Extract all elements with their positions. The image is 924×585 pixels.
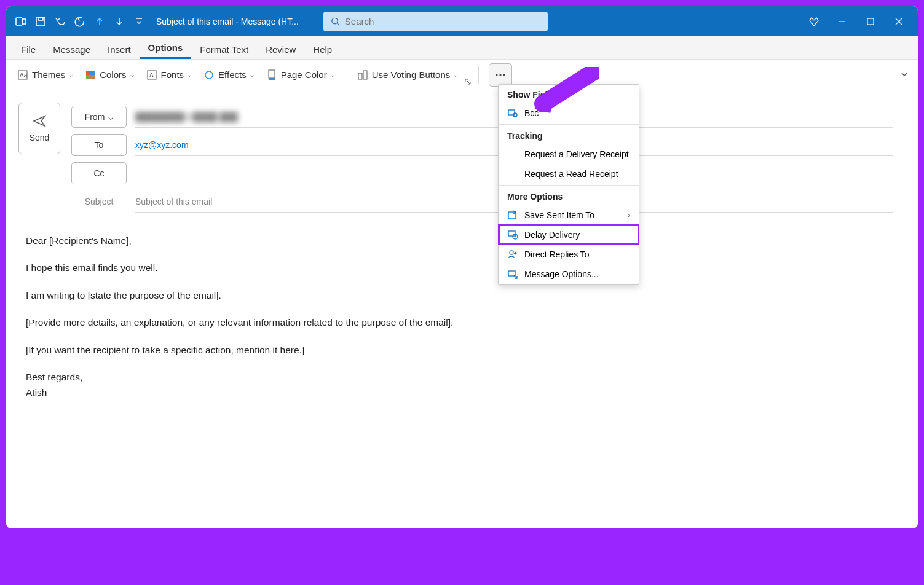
more-options-dropdown: Show Fields Bcc Tracking Request a Deliv… — [498, 84, 639, 285]
send-icon — [33, 114, 46, 128]
dialog-launcher-icon[interactable] — [464, 77, 472, 86]
tab-options[interactable]: Options — [140, 38, 192, 59]
ribbon-separator — [346, 66, 346, 84]
svg-point-19 — [496, 74, 498, 76]
ribbon-tabs: File Message Insert Options Format Text … — [6, 36, 918, 60]
body-line-4: [Provide more details, an explanation, o… — [26, 316, 893, 329]
svg-text:A: A — [149, 72, 154, 79]
premium-icon[interactable] — [800, 12, 828, 31]
chevron-right-icon: › — [628, 211, 630, 219]
ellipsis-icon — [495, 73, 506, 77]
svg-point-21 — [503, 74, 505, 76]
redo-icon[interactable] — [70, 12, 90, 31]
send-button[interactable]: Send — [18, 103, 60, 154]
message-options-icon — [507, 269, 518, 280]
compose-header: Send From⌵ ████████@████.███ To xyz@xyz.… — [18, 103, 918, 216]
search-icon — [331, 17, 340, 26]
dropdown-item-bcc[interactable]: Bcc — [499, 103, 639, 123]
tab-message[interactable]: Message — [44, 40, 99, 59]
from-button[interactable]: From⌵ — [71, 106, 127, 128]
message-options-label: Message Options... — [524, 269, 599, 279]
svg-rect-18 — [363, 71, 367, 79]
search-input[interactable] — [345, 16, 540, 26]
body-line-5: [If you want the recipient to take a spe… — [26, 344, 893, 357]
fonts-button[interactable]: A Fonts⌵ — [141, 66, 197, 84]
subject-label: Subject — [71, 197, 127, 206]
svg-rect-9 — [90, 71, 95, 75]
to-address[interactable]: xyz@xyz.com — [135, 140, 189, 150]
body-line-7: Atish — [26, 386, 893, 399]
svg-rect-1 — [22, 19, 26, 24]
svg-rect-5 — [867, 18, 874, 25]
svg-point-20 — [500, 74, 502, 76]
fonts-label: Fonts — [161, 69, 184, 80]
save-icon[interactable] — [31, 12, 50, 31]
svg-rect-16 — [269, 78, 275, 80]
qat-customize-icon[interactable] — [129, 12, 149, 31]
outlook-logo-icon — [11, 12, 31, 31]
dropdown-item-delivery-receipt[interactable]: Request a Delivery Receipt — [499, 144, 639, 164]
chevron-down-icon: ⌵ — [108, 112, 113, 122]
svg-rect-0 — [16, 18, 22, 25]
search-box[interactable] — [323, 12, 548, 31]
tab-review[interactable]: Review — [257, 40, 304, 59]
chevron-down-icon: ⌵ — [250, 71, 254, 78]
dropdown-section-tracking: Tracking — [499, 126, 639, 144]
to-button[interactable]: To — [71, 134, 127, 156]
more-options-button[interactable] — [489, 63, 512, 87]
svg-text:Aa: Aa — [20, 72, 28, 79]
body-line-1: Dear [Recipient's Name], — [26, 234, 893, 248]
svg-rect-3 — [38, 17, 43, 20]
page-color-button[interactable]: Page Color⌵ — [261, 66, 339, 84]
themes-label: Themes — [32, 69, 65, 80]
send-label: Send — [30, 133, 50, 143]
email-body[interactable]: Dear [Recipient's Name], I hope this ema… — [18, 216, 918, 399]
direct-replies-icon — [507, 249, 518, 260]
chevron-down-icon: ⌵ — [331, 71, 334, 78]
delay-delivery-icon — [507, 229, 518, 240]
colors-button[interactable]: Colors⌵ — [80, 66, 138, 84]
dropdown-item-direct-replies[interactable]: Direct Replies To — [499, 245, 639, 264]
dropdown-separator — [499, 124, 639, 125]
effects-button[interactable]: Effects⌵ — [199, 66, 259, 84]
direct-replies-label: Direct Replies To — [524, 249, 590, 259]
tab-format-text[interactable]: Format Text — [191, 40, 257, 59]
compose-area: Send From⌵ ████████@████.███ To xyz@xyz.… — [6, 90, 918, 399]
titlebar: Subject of this email - Message (HT... — [6, 6, 918, 36]
dropdown-item-message-options[interactable]: Message Options... — [499, 264, 639, 284]
chevron-down-icon: ⌵ — [130, 71, 134, 78]
undo-icon[interactable] — [50, 12, 70, 31]
dropdown-separator — [499, 185, 639, 186]
dropdown-section-show-fields: Show Fields — [499, 85, 639, 103]
chevron-down-icon: ⌵ — [69, 71, 73, 78]
close-button[interactable] — [885, 12, 913, 31]
svg-rect-8 — [86, 71, 90, 75]
colors-icon — [85, 69, 96, 80]
svg-rect-10 — [86, 75, 90, 79]
dropdown-item-save-sent[interactable]: Save Sent Item To › — [499, 205, 639, 225]
down-arrow-icon[interactable] — [109, 12, 129, 31]
dropdown-section-more-options: More Options — [499, 187, 639, 205]
themes-button[interactable]: Aa Themes⌵ — [12, 66, 77, 84]
tab-insert[interactable]: Insert — [99, 40, 140, 59]
compose-fields: From⌵ ████████@████.███ To xyz@xyz.com C… — [71, 103, 918, 216]
voting-buttons-button[interactable]: Use Voting Buttons⌵ — [352, 66, 463, 84]
save-sent-label: Save Sent Item To — [524, 210, 594, 220]
dropdown-item-read-receipt[interactable]: Request a Read Receipt — [499, 164, 639, 184]
bcc-icon — [507, 108, 518, 119]
tab-help[interactable]: Help — [304, 40, 341, 59]
svg-rect-2 — [36, 17, 45, 26]
from-label: From — [85, 112, 105, 122]
svg-rect-15 — [269, 70, 275, 78]
minimize-button[interactable] — [828, 12, 856, 31]
up-arrow-icon[interactable] — [90, 12, 109, 31]
maximize-button[interactable] — [856, 12, 885, 31]
ribbon-collapse-button[interactable] — [897, 66, 912, 84]
tab-file[interactable]: File — [12, 40, 44, 59]
bcc-label: Bcc — [524, 108, 539, 118]
blank-icon — [507, 168, 518, 179]
cc-button[interactable]: Cc — [71, 162, 127, 184]
dropdown-item-delay-delivery[interactable]: Delay Delivery — [499, 225, 639, 245]
page-color-icon — [266, 69, 277, 80]
svg-point-27 — [510, 251, 513, 254]
